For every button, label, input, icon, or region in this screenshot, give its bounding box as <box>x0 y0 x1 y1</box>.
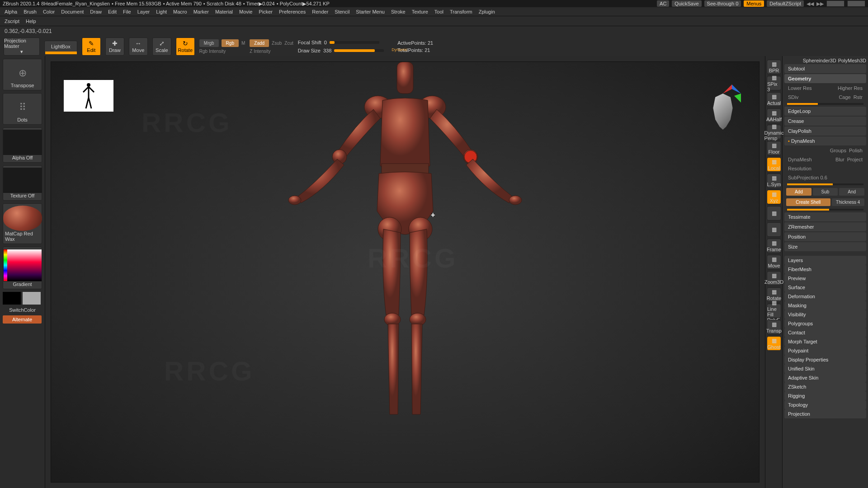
tool-thumb-label-2[interactable]: PolyMesh3D <box>838 58 866 63</box>
section-fibermesh[interactable]: FiberMesh <box>784 265 866 274</box>
draw-size-slider[interactable]: Dynamic <box>334 49 384 52</box>
dynamesh-section[interactable]: DynaMesh <box>784 136 866 145</box>
geometry-section[interactable]: Geometry <box>784 74 866 83</box>
section-masking[interactable]: Masking <box>784 301 866 310</box>
subtool-section[interactable]: Subtool <box>784 64 866 73</box>
stroke-dots[interactable]: ⠿ Dots <box>3 93 42 125</box>
rshelf-spix-button[interactable]: ▦SPix 3 <box>767 76 781 90</box>
menu-help[interactable]: Help <box>26 19 36 24</box>
section-adaptive-skin[interactable]: Adaptive Skin <box>784 373 866 382</box>
alpha-slot[interactable]: Alpha Off <box>3 127 42 163</box>
menu-zplugin[interactable]: Zplugin <box>479 9 495 14</box>
section-polypaint[interactable]: Polypaint <box>784 346 866 355</box>
menu-file[interactable]: File <box>123 9 131 14</box>
menu-zscript[interactable]: Zscript <box>5 19 19 24</box>
tool-thumb-label-1[interactable]: Sphereinder3D <box>803 58 836 63</box>
lower-res-button[interactable]: Lower Res <box>788 85 812 91</box>
section-preview[interactable]: Preview <box>784 274 866 283</box>
rshelf-local-button[interactable]: ▦Local <box>767 157 781 172</box>
rshelf-move-button[interactable]: ▦Move <box>767 255 781 269</box>
section-polygroups[interactable]: Polygroups <box>784 319 866 328</box>
menu-stencil[interactable]: Stencil <box>335 9 349 14</box>
sub-button[interactable]: Sub <box>813 188 838 196</box>
nav-prev-icon[interactable]: ◀◀ <box>807 1 814 7</box>
menu-layer[interactable]: Layer <box>137 9 150 14</box>
tessimate-section[interactable]: Tessimate <box>784 212 866 221</box>
tool-thumb-1[interactable] <box>826 0 844 7</box>
menu-transform[interactable]: Transform <box>450 9 472 14</box>
edgeloop-section[interactable]: EdgeLoop <box>784 107 866 116</box>
zcut-toggle[interactable]: Zcut <box>284 41 293 46</box>
default-zscript[interactable]: DefaultZScript <box>767 0 804 7</box>
menu-render[interactable]: Render <box>312 9 328 14</box>
section-projection[interactable]: Projection <box>784 409 866 418</box>
focal-shift-slider[interactable] <box>330 41 379 44</box>
move-mode-button[interactable]: ↔Move <box>129 38 148 56</box>
menu-stroke[interactable]: Stroke <box>391 9 406 14</box>
nav-next-icon[interactable]: ▶▶ <box>816 1 824 7</box>
crease-section[interactable]: Crease <box>784 117 866 126</box>
menu-marker[interactable]: Marker <box>193 9 209 14</box>
viewport-canvas[interactable]: + RRCG RRCG RRCG <box>51 61 760 483</box>
draw-mode-button[interactable]: ✚Draw <box>105 38 124 56</box>
menu-picker[interactable]: Picker <box>259 9 273 14</box>
rshelf-rot2-button[interactable]: ▦ <box>767 222 781 237</box>
switch-color-button[interactable]: SwitchColor <box>3 307 42 313</box>
blur-toggle[interactable]: Blur <box>835 157 844 162</box>
section-visibility[interactable]: Visibility <box>784 310 866 319</box>
menu-movie[interactable]: Movie <box>239 9 252 14</box>
zsub-toggle[interactable]: Zsub <box>272 41 282 46</box>
edit-mode-button[interactable]: ✎Edit <box>82 38 101 56</box>
menu-tool[interactable]: Tool <box>434 9 443 14</box>
menu-alpha[interactable]: Alpha <box>5 9 17 14</box>
rshelf-ghost-button[interactable]: ▦Ghost <box>767 336 781 351</box>
resolution-slider[interactable]: Resolution <box>788 166 811 171</box>
cage-toggle[interactable]: Cage <box>839 94 850 100</box>
menu-draw[interactable]: Draw <box>90 9 102 14</box>
section-unified-skin[interactable]: Unified Skin <box>784 364 866 373</box>
quicksave-button[interactable]: QuickSave <box>672 0 701 7</box>
projection-master-button[interactable]: Projection Master ▾ <box>4 38 40 56</box>
alternate-button[interactable]: Alternate <box>3 315 42 324</box>
rshelf-lsym-button[interactable]: ▦L.Sym <box>767 174 781 188</box>
rshelf-xyz-button[interactable]: ▦Xyz <box>767 190 781 204</box>
sdiv-slider[interactable]: SDiv <box>788 94 798 100</box>
position-section[interactable]: Position <box>784 232 866 241</box>
reference-thumbnail[interactable] <box>64 80 113 112</box>
rgb-toggle[interactable]: Rgb <box>222 39 239 47</box>
rshelf-frame-button[interactable]: ▦Frame <box>767 239 781 253</box>
menu-texture[interactable]: Texture <box>412 9 428 14</box>
section-surface[interactable]: Surface <box>784 283 866 292</box>
rshelf-actual-button[interactable]: ▦Actual <box>767 92 781 107</box>
size-section[interactable]: Size <box>784 242 866 251</box>
transpose-gizmo[interactable]: ⊕ Transpose <box>3 59 42 90</box>
rshelf-floor-button[interactable]: ▦Floor <box>767 141 781 155</box>
project-toggle[interactable]: Project <box>847 157 863 162</box>
texture-slot[interactable]: Texture Off <box>3 165 42 201</box>
section-deformation[interactable]: Deformation <box>784 292 866 301</box>
section-contact[interactable]: Contact <box>784 328 866 337</box>
polish-toggle[interactable]: Polish <box>849 148 863 153</box>
rshelf-persp-button[interactable]: ▦Dynamic Persp <box>767 125 781 139</box>
secondary-color-swatch[interactable] <box>23 292 41 305</box>
material-slot[interactable]: MatCap Red Wax <box>3 203 42 244</box>
rotate-mode-button[interactable]: ↻Rotate <box>176 38 195 56</box>
rshelf-rot1-button[interactable]: ▦ <box>767 206 781 221</box>
higher-res-button[interactable]: Higher Res <box>838 85 863 91</box>
rshelf-transp-button[interactable]: ▦Transp <box>767 320 781 334</box>
claypolish-section[interactable]: ClayPolish <box>784 127 866 136</box>
menu-light[interactable]: Light <box>156 9 167 14</box>
thickness-slider[interactable]: Thickness 4 <box>832 198 865 206</box>
rshelf-bpr-button[interactable]: ▦BPR <box>767 60 781 74</box>
rshelf-aahalf-button[interactable]: ▦AAHalf <box>767 108 781 123</box>
section-topology[interactable]: Topology <box>784 400 866 409</box>
subprojection-slider[interactable]: SubProjection 0.6 <box>788 175 827 180</box>
tool-thumb-2[interactable] <box>847 0 865 7</box>
menu-starter-menu[interactable]: Starter Menu <box>356 9 385 14</box>
menu-edit[interactable]: Edit <box>108 9 117 14</box>
create-shell-button[interactable]: Create Shell <box>786 198 830 206</box>
rshelf-polyf-button[interactable]: ▦Line Fill PolyF <box>767 304 781 318</box>
mrgb-toggle[interactable]: Mrgb <box>199 39 219 47</box>
menu-color[interactable]: Color <box>43 9 55 14</box>
menu-macro[interactable]: Macro <box>173 9 187 14</box>
